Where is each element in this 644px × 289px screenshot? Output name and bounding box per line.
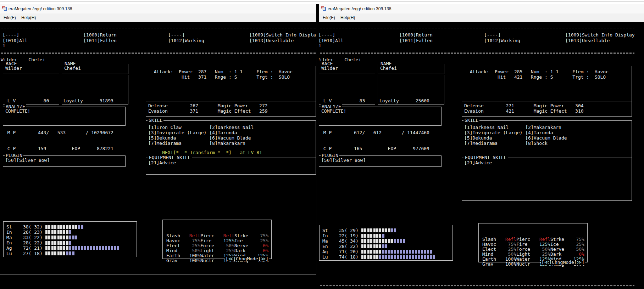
cp-line: C P 159 [5, 146, 59, 151]
titlebar[interactable]: eraMegaten /egg/ edition 309.138 [0, 4, 316, 13]
skill-line[interactable]: [7]Mediarama [8]Makarakarn [148, 141, 245, 146]
attribute-bar [45, 241, 72, 245]
menu-help[interactable]: Help(H) [20, 15, 37, 21]
next-transform-line: NEXT[* * Transform * *] at LV 81 [148, 150, 262, 155]
resist-row: Havoc75%Fire125%Ice25% [166, 238, 271, 243]
attribute-row: En 28( 22) [6, 240, 137, 245]
resist-value: 50% [219, 243, 234, 248]
skill-line[interactable]: [7]Mediarama [8]Shock [464, 141, 548, 146]
equipment-skill-line[interactable]: [21]Advice [464, 160, 492, 165]
nav-option-all[interactable]: [1010]All [2, 38, 27, 43]
separator-dashed [319, 285, 634, 286]
resist-value: 75% [569, 237, 584, 242]
resist-value: 50% [569, 247, 584, 252]
resist-value: Refl [535, 237, 550, 242]
resist-row: Havoc75%Fire125%Ice25% [482, 242, 587, 247]
nav-option-return[interactable]: [1000]Return [83, 32, 117, 38]
resist-label: Grav [482, 262, 501, 267]
resist-label: Havoc [482, 242, 501, 247]
resist-label: Nerve [234, 243, 253, 248]
core-stats-box: L V 80 H P 1193/ 1242 M P 443/ 533 C P 1… [3, 75, 59, 104]
change-mode-control[interactable]: [≪]ChngMode[≫] [225, 256, 269, 261]
skill-line[interactable]: [1]Iron Claw [2]Darkness Nail [148, 125, 254, 130]
separator-dashed [1, 28, 316, 28]
resist-label: Mind [166, 248, 185, 253]
loyalty-line: Loyalty 31893 [63, 98, 128, 103]
resist-label: Nuclr [516, 262, 535, 267]
chevron-right-icon: ≫ [577, 260, 582, 265]
resist-row: Elect25%Force50%Nerve0% [166, 243, 271, 248]
resist-label: Strke [550, 237, 569, 242]
attribute-row: In 22( 19) [322, 233, 453, 238]
attribute-value: Ag 71( 20) [322, 249, 361, 254]
plugin-value[interactable]: [50][Silver Bow] [321, 158, 366, 163]
loyalty-line: Loyalty 25600 [379, 98, 444, 103]
menubar: File(F) Help(H) [319, 13, 644, 22]
change-mode-control[interactable]: [≪]ChngMode[≫] [541, 260, 585, 265]
nav-option-unsellable[interactable]: [1013]Unsellable [249, 38, 294, 43]
resist-value: 25% [535, 252, 550, 257]
nav-option-switch-info[interactable]: [1009]Switch Info Display [249, 32, 316, 38]
attribute-row: Lu 27( 18) [6, 251, 137, 256]
attribute-row: En 28( 22) [322, 244, 453, 249]
nav-option-empty: [----] [484, 32, 501, 38]
resist-value: 100% [501, 257, 516, 262]
resist-row: Elect25%Force50%Nerve50% [482, 247, 587, 252]
resist-value: 100% [501, 262, 516, 267]
nav-option-return[interactable]: [1000]Return [399, 32, 433, 38]
attribute-bar [361, 239, 406, 243]
skill-line[interactable]: [3]Invigorate (Large) [4]Tarunda [148, 130, 237, 135]
attribute-row: St 35( 29) [322, 228, 453, 233]
analyze-box: ANALYZE COMPLETE! [3, 107, 126, 126]
attack-box-divider [146, 102, 316, 102]
app-icon [321, 6, 326, 11]
plugin-value[interactable]: [50][Silver Bow] [5, 158, 50, 163]
attribute-bar [45, 230, 72, 234]
nav-option-working[interactable]: [1012]Working [168, 38, 204, 43]
nav-option-fallen[interactable]: [1011]Fallen [399, 38, 433, 43]
attribute-value: Ag 72( 21) [6, 245, 45, 251]
resist-label: Water [516, 257, 535, 262]
page-indicator: 1 [319, 43, 321, 48]
menubar: File(F) Help(H) [0, 13, 316, 22]
resist-value: 0% [569, 252, 584, 257]
titlebar[interactable]: eraMegaten /egg/ edition 309.138 [319, 4, 644, 13]
resist-label: Earth [482, 257, 501, 262]
resist-value: 25% [501, 247, 516, 252]
nav-option-switch-info[interactable]: [1009]Switch Info Display [565, 32, 635, 38]
attack-box: Attack: Power 285 Num : 1-1 Elem : Havoc… [462, 66, 632, 117]
attribute-row: Ag 71( 20) [322, 249, 453, 254]
skill-line[interactable]: [5]Dekunda [6]Vacuum Blade [148, 135, 251, 141]
menu-help[interactable]: Help(H) [339, 15, 356, 21]
attack-line1: Attack: Power 285 Num : 1-1 Elem : Havoc [464, 69, 609, 74]
resist-label: Fire [200, 238, 219, 243]
resist-label: Nerve [550, 247, 569, 252]
skill-line[interactable]: [3]Invigorate (Large) [4]Tarunda [464, 130, 553, 135]
attribute-bar [45, 251, 75, 255]
attribute-bar [45, 225, 84, 229]
nav-option-all[interactable]: [1010]All [319, 38, 343, 43]
resist-value: 0% [253, 243, 268, 248]
resist-label: Havoc [166, 238, 185, 243]
equipment-skill-line[interactable]: [21]Advice [148, 160, 176, 165]
defense-line: Defense 271 Magic Power 304 [464, 103, 584, 108]
resist-label: Dark [550, 252, 569, 257]
skill-line[interactable]: [1]Darkness Nail [2]Makarakarn [464, 125, 561, 130]
attribute-value: En 28( 22) [322, 244, 361, 249]
attribute-bar [45, 236, 78, 239]
resist-label: Water [200, 253, 219, 258]
nav-option-fallen[interactable]: [1011]Fallen [83, 38, 117, 43]
menu-file[interactable]: File(F) [2, 15, 17, 21]
nav-option-unsellable[interactable]: [1013]Unsellable [565, 38, 610, 43]
resist-label: Pierc [516, 237, 535, 242]
name-value: Chefei [64, 66, 81, 71]
attribute-value: St 38( 32) [6, 224, 45, 230]
resist-value: 25% [253, 238, 268, 243]
skill-line[interactable]: [5]Dekunda [6]Vacuum Blade [464, 135, 567, 141]
menu-file[interactable]: File(F) [321, 15, 337, 21]
resist-value: 25% [569, 242, 584, 247]
equipment-skill-label: EQUIPMENT SKILL [463, 155, 508, 160]
loyalty-box: Loyalty 31893 MAG 158184 / 10290672 EXP … [62, 75, 128, 104]
resist-row: SlashReflPiercReflStrke75% [482, 237, 587, 242]
nav-option-working[interactable]: [1012]Working [484, 38, 520, 43]
